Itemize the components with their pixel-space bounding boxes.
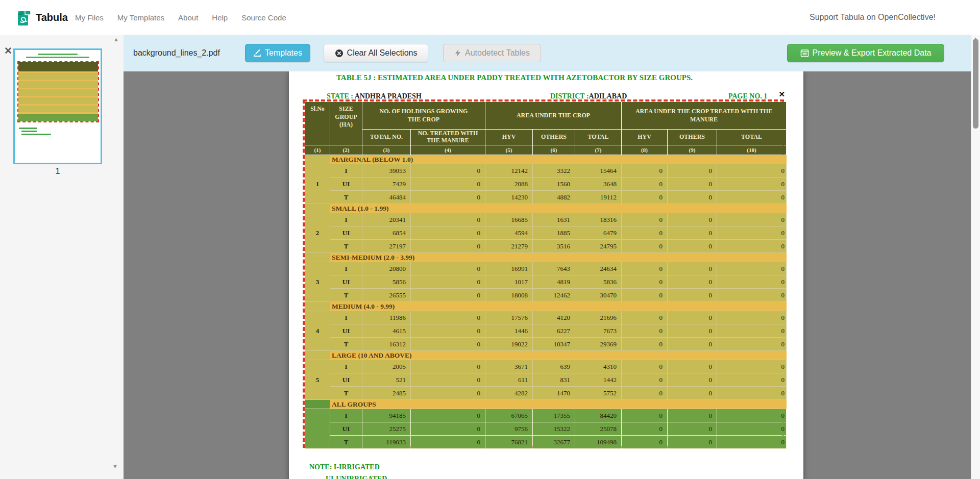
data-cell: 0 [411, 311, 485, 324]
data-cell: 4594 [485, 226, 533, 240]
scrollbar-thumb[interactable] [973, 39, 978, 129]
clear-selections-button[interactable]: Clear All Selections [324, 44, 428, 62]
group-number: 2 [305, 213, 330, 253]
data-cell: 0 [411, 240, 485, 253]
data-cell: 0 [411, 387, 485, 400]
group-number: 3 [305, 262, 330, 302]
row-label: I [330, 164, 362, 178]
nav-my-templates[interactable]: My Templates [117, 13, 164, 22]
thumbnail-green-rows [18, 114, 98, 121]
data-cell: 18316 [575, 213, 622, 226]
table-selection-box[interactable]: ✕ Sl.No SIZE GROUP (HA) NO. OF HOLDINGS … [303, 99, 784, 448]
data-cell: 3322 [533, 164, 575, 178]
pdf-viewport: TABLE 5J : ESTIMATED AREA UNDER PADDY TR… [124, 71, 971, 479]
data-cell: 0 [668, 289, 717, 302]
data-cell: 67065 [485, 409, 533, 422]
data-cell: 0 [668, 409, 717, 422]
row-label: I [330, 213, 362, 226]
tabula-app: Tabula My Files My Templates About Help … [0, 0, 980, 479]
data-cell: 2088 [485, 178, 533, 191]
row-label: I [330, 311, 362, 324]
data-cell: 0 [622, 275, 668, 289]
thumbnail-note-line [21, 131, 37, 132]
export-button[interactable]: Preview & Export Extracted Data [787, 44, 944, 62]
data-cell: 0 [717, 289, 787, 302]
data-cell: 2485 [362, 387, 411, 400]
data-cell: 3671 [485, 360, 533, 373]
data-cell: 0 [668, 191, 717, 204]
selection-close-icon[interactable]: ✕ [778, 90, 785, 99]
sidebar-scroll-up-icon[interactable]: ▲ [113, 36, 119, 42]
group-band-label: SMALL (1.0 - 1.99) [330, 204, 787, 213]
nav-my-files[interactable]: My Files [75, 13, 104, 22]
data-cell: 3648 [575, 178, 622, 191]
page-thumbnail[interactable] [13, 48, 102, 164]
export-button-label: Preview & Export Extracted Data [813, 48, 932, 58]
sidebar-scroll-down-icon[interactable]: ▼ [112, 463, 118, 469]
data-cell: 27197 [362, 240, 411, 253]
data-cell: 0 [622, 311, 668, 324]
data-cell: 0 [717, 387, 787, 400]
col-header-total: TOTAL [575, 130, 622, 145]
data-cell: 1446 [485, 324, 533, 338]
data-cell: 25275 [362, 422, 411, 436]
col-number: (10) [717, 145, 787, 155]
row-label: UI [330, 422, 362, 436]
group-band-label: MARGINAL (BELOW 1.0) [330, 155, 787, 164]
nav-source-code[interactable]: Source Code [241, 13, 286, 22]
brand-link[interactable]: Tabula [17, 0, 68, 35]
data-cell: 611 [485, 373, 533, 387]
group-band-label: SEMI-MEDIUM (2.0 - 3.99) [330, 253, 787, 262]
pdf-page[interactable]: TABLE 5J : ESTIMATED AREA UNDER PADDY TR… [289, 71, 803, 479]
data-cell: 7643 [533, 262, 575, 275]
thumbnail-rows [18, 81, 98, 88]
page-scrollbar[interactable]: ▲ [971, 35, 980, 479]
col-number: (6) [533, 145, 575, 155]
thumbnail-rows [18, 106, 98, 112]
data-cell: 0 [717, 262, 787, 275]
nav-about[interactable]: About [178, 13, 198, 22]
group-slno-spacer [305, 351, 330, 360]
remove-circle-icon [335, 49, 344, 58]
row-label: I [330, 360, 362, 373]
row-label: I [330, 262, 362, 275]
data-cell: 16991 [485, 262, 533, 275]
data-cell: 0 [668, 373, 717, 387]
col-number: (2) [330, 145, 362, 155]
group-slno-spacer [305, 253, 330, 262]
group-number [305, 409, 330, 449]
thumbnail-rows [18, 97, 98, 104]
data-cell: 6227 [533, 324, 575, 338]
data-cell: 639 [533, 360, 575, 373]
row-label: T [330, 436, 362, 449]
data-cell: 3516 [533, 240, 575, 253]
data-cell: 0 [411, 324, 485, 338]
data-cell: 0 [717, 409, 787, 422]
data-cell: 15322 [533, 422, 575, 436]
templates-button[interactable]: Templates [245, 44, 310, 62]
data-cell: 10347 [533, 338, 575, 351]
data-cell: 521 [362, 373, 411, 387]
data-cell: 7429 [362, 178, 411, 191]
data-cell: 831 [533, 373, 575, 387]
data-cell: 0 [622, 191, 668, 204]
data-cell: 4310 [575, 360, 622, 373]
data-cell: 76821 [485, 436, 533, 449]
templates-icon [253, 49, 261, 57]
data-cell: 2005 [362, 360, 411, 373]
data-cell: 0 [668, 240, 717, 253]
col-header-area: AREA UNDER THE CROP [485, 102, 622, 130]
nav-help[interactable]: Help [212, 13, 228, 22]
data-cell: 0 [411, 164, 485, 178]
autodetect-tables-button[interactable]: Autodetect Tables [443, 44, 541, 62]
data-cell: 0 [717, 226, 787, 240]
data-cell: 21279 [485, 240, 533, 253]
data-cell: 0 [411, 436, 485, 449]
data-cell: 0 [411, 226, 485, 240]
remove-page-icon[interactable]: ✕ [4, 45, 12, 57]
col-header-size-group: SIZE GROUP (HA) [330, 102, 362, 145]
thumbnail-note-line [21, 134, 51, 135]
data-cell: 0 [668, 436, 717, 449]
support-link[interactable]: Support Tabula on OpenCollective! [810, 0, 936, 35]
toolbar: background_lines_2.pdf Templates Clear A… [124, 35, 971, 71]
